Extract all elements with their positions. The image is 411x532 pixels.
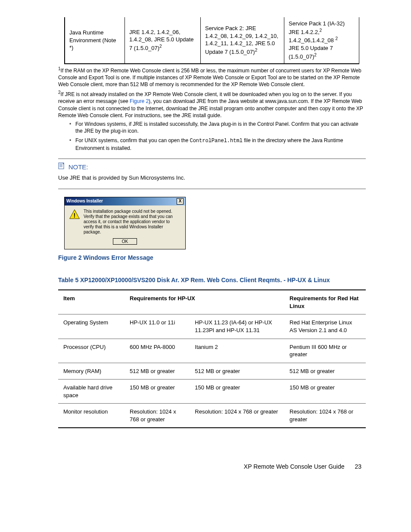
th-item: Item	[58, 290, 125, 314]
note-text: Use JRE that is provided by Sun Microsys…	[58, 174, 366, 182]
bullet-windows: For Windows systems, if JRE is installed…	[69, 121, 366, 134]
bullet-unix: For UNIX systems, confirm that you can o…	[69, 137, 366, 151]
page-footer: XP Remote Web Console User Guide 23	[58, 463, 366, 471]
table-row: Available hard drive space150 MB or grea…	[58, 380, 366, 404]
dialog-title-text: Windows Installer	[66, 198, 103, 204]
close-icon[interactable]: X	[177, 198, 184, 205]
table-row: Monitor resolutionResolution: 1024 x 768…	[58, 404, 366, 428]
table-5-title: Table 5 XP12000/XP10000/SVS200 Disk Ar. …	[58, 276, 366, 284]
table-row: Processor (CPU)600 MHz PA-8000Itanium 2P…	[58, 339, 366, 363]
page-number: 23	[355, 463, 361, 471]
ok-button[interactable]: OK	[113, 238, 137, 245]
warning-icon: !	[69, 209, 80, 220]
windows-installer-dialog: Windows Installer X ! This installation …	[64, 197, 186, 249]
note-icon	[58, 162, 65, 171]
divider	[58, 159, 366, 159]
requirements-table: Item Requirements for HP-UX Requirements…	[58, 289, 366, 428]
dialog-body-text: This installation package could not be o…	[84, 209, 181, 235]
th-linux: Requirements for Red Hat Linux	[284, 290, 366, 314]
jre-cell-col4: Service Pack 1 (IA-32) JRE 1.4.2.2,2 1.4…	[284, 17, 359, 64]
footer-title: XP Remote Web Console User Guide	[244, 463, 345, 470]
note-label: NOTE:	[68, 163, 88, 171]
divider	[58, 189, 366, 189]
svg-text:!: !	[74, 212, 76, 218]
footnote-1: If the RAM on the XP Remote Web Console …	[58, 68, 361, 87]
footnotes: 1If the RAM on the XP Remote Web Console…	[58, 66, 366, 152]
jre-table-fragment: Java Runtime Environment (Note *) JRE 1.…	[64, 17, 359, 64]
table-row: Operating SystemHP-UX 11.0 or 11iHP-UX 1…	[58, 314, 366, 339]
figure-2-link[interactable]: Figure 2	[130, 98, 149, 104]
th-hpux: Requirements for HP-UX	[125, 290, 284, 314]
jre-cell-item: Java Runtime Environment (Note *)	[65, 17, 125, 64]
figure-2-caption: Figure 2 Windows Error Message	[58, 254, 366, 262]
jre-cell-col3: Service Pack 2: JRE 1.4.2_08, 1.4.2_09, …	[201, 17, 284, 64]
jre-cell-col2: JRE 1.4.2, 1.4.2_06, 1.4.2_08, JRE 5.0 U…	[125, 17, 201, 64]
table-row: Memory (RAM)512 MB or greater512 MB or g…	[58, 363, 366, 380]
